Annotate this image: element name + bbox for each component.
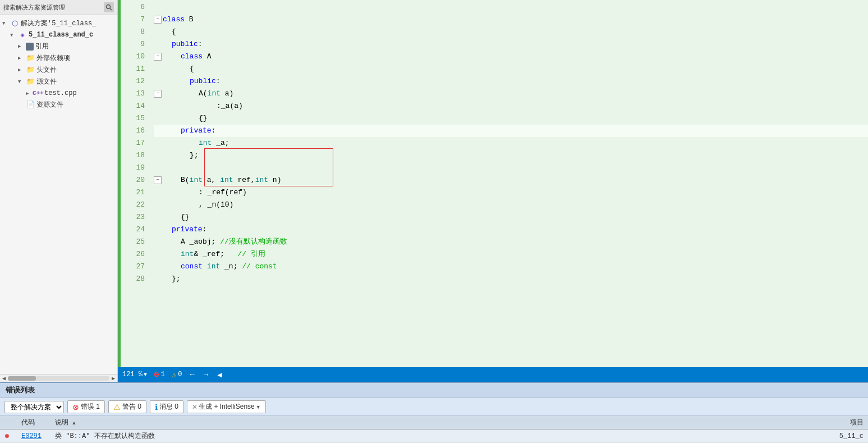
code-line-27[interactable]: const int _n; // const: [154, 261, 868, 273]
sidebar-testcpp-label: test.cpp: [44, 89, 77, 97]
build-dropdown-icon: ▼: [256, 404, 261, 410]
code-line-11[interactable]: {: [154, 63, 868, 75]
code-line-9[interactable]: public:: [154, 38, 868, 51]
code-line-7[interactable]: − class B: [154, 13, 868, 26]
status-bar: 121 % ▼ ⊗ 1 ⚠ 0 ← → ◀: [118, 367, 868, 382]
scrollbar-thumb: [8, 376, 36, 381]
main-area: 搜索解决方案资源管理 ⬡ 解决方案'5_11_class_ ◈ 5_11_cla…: [0, 0, 868, 382]
ref-icon: [26, 43, 34, 51]
col-header-description[interactable]: 说明 ▲: [50, 416, 677, 430]
code-line-20[interactable]: − B(int a, int ref,int n): [154, 174, 868, 186]
headers-icon: 📁: [26, 66, 35, 75]
code-text-23: {}: [163, 211, 190, 223]
code-line-23[interactable]: {}: [154, 211, 868, 223]
sidebar-item-extdep[interactable]: 📁 外部依赖项: [0, 52, 117, 64]
error-code-link[interactable]: E0291: [21, 432, 42, 440]
code-line-26[interactable]: int& _ref; // 引用: [154, 248, 868, 261]
code-line-10[interactable]: − class A: [154, 51, 868, 63]
close-filter-icon: ✕: [192, 403, 198, 411]
solution-expand-icon: [2, 20, 5, 26]
line-num-9: 9: [121, 38, 145, 51]
warning-count-label: 0: [178, 371, 182, 378]
line-num-17: 17: [121, 137, 145, 149]
line-num-24: 24: [121, 223, 145, 236]
zoom-dropdown-icon[interactable]: ▼: [144, 372, 147, 378]
sidebar-scrollbar[interactable]: ◀ ▶: [0, 374, 117, 382]
error-count-display[interactable]: ⊗ 1: [154, 369, 165, 380]
col-header-code[interactable]: 代码: [17, 416, 50, 430]
build-filter-label: 生成 + IntelliSense: [199, 402, 255, 412]
line-num-7: 7: [121, 13, 145, 26]
scope-selector[interactable]: 整个解决方案: [4, 401, 64, 413]
error-table-row[interactable]: ⊗ E0291 类 "B::A" 不存在默认构造函数 5_11_c: [0, 430, 868, 443]
search-button[interactable]: [104, 2, 114, 12]
code-text-9: public:: [163, 38, 203, 51]
zoom-control[interactable]: 121 % ▼: [122, 371, 147, 378]
sidebar-item-project[interactable]: ◈ 5_11_class_and_c: [0, 29, 117, 40]
warning-filter-label: 警告 0: [122, 402, 141, 412]
line-num-25: 25: [121, 236, 145, 248]
more-button[interactable]: ◀: [216, 370, 223, 380]
build-filter-button[interactable]: ✕ 生成 + IntelliSense ▼: [187, 400, 266, 413]
code-line-8[interactable]: {: [154, 26, 868, 38]
fold-marker-20[interactable]: −: [154, 176, 162, 184]
error-panel-title: 错误列表: [0, 383, 868, 398]
sidebar-item-testcpp[interactable]: C++ test.cpp: [0, 88, 117, 99]
code-line-25[interactable]: A _aobj; //没有默认构造函数: [154, 236, 868, 248]
code-text-7: class B: [163, 13, 194, 26]
code-line-14[interactable]: :_a(a): [154, 100, 868, 112]
fold-marker-13[interactable]: −: [154, 90, 162, 98]
extdep-expand-icon: [18, 55, 21, 61]
code-text-24: private:: [163, 223, 206, 236]
code-line-17[interactable]: int _a;: [154, 137, 868, 149]
message-filter-icon: ℹ: [155, 403, 158, 412]
code-line-21[interactable]: : _ref(ref): [154, 186, 868, 199]
error-row-icon-cell: ⊗: [0, 430, 17, 443]
code-line-16[interactable]: private:: [154, 125, 868, 137]
sidebar-item-ref[interactable]: 引用: [0, 40, 117, 52]
error-project-cell: 5_11_c: [677, 430, 868, 443]
code-line-19[interactable]: [154, 162, 868, 174]
error-code-cell: E0291: [17, 430, 50, 443]
next-error-button[interactable]: →: [203, 370, 209, 379]
scrollbar-left-btn[interactable]: ◀: [0, 375, 8, 382]
code-line-12[interactable]: public:: [154, 75, 868, 88]
message-filter-label: 消息 0: [159, 402, 178, 412]
fold-marker-7[interactable]: −: [154, 16, 162, 24]
code-line-28[interactable]: };: [154, 273, 868, 285]
code-line-18[interactable]: };: [154, 149, 868, 162]
code-text-13: A(int a): [163, 88, 233, 100]
code-line-13[interactable]: − A(int a): [154, 88, 868, 100]
svg-line-1: [110, 8, 112, 10]
line-num-22: 22: [121, 199, 145, 211]
line-num-6: 6: [121, 1, 145, 13]
sidebar-sources-label: 源文件: [36, 77, 57, 86]
solution-icon: ⬡: [10, 19, 19, 28]
line-num-16: 16: [121, 125, 145, 137]
search-icon: [105, 4, 112, 11]
code-line-6[interactable]: [154, 1, 868, 13]
resources-icon: 📄: [26, 101, 35, 109]
sidebar-item-headers[interactable]: 📁 头文件: [0, 64, 117, 76]
prev-error-button[interactable]: ←: [189, 370, 196, 379]
scrollbar-right-btn[interactable]: ▶: [109, 375, 117, 382]
code-line-24[interactable]: private:: [154, 223, 868, 236]
code-line-15[interactable]: {}: [154, 112, 868, 125]
code-body[interactable]: − class B { public: − class A: [151, 0, 868, 367]
error-filter-button[interactable]: ⊗ 错误 1: [67, 400, 105, 413]
fold-marker-10[interactable]: −: [154, 53, 162, 61]
editor-area[interactable]: 6 7 8 9 10 11 12 13 14 15 16 17 18 19 20…: [118, 0, 868, 382]
sidebar-item-sources[interactable]: 📁 源文件: [0, 76, 117, 88]
line-num-27: 27: [121, 261, 145, 273]
sidebar-tree: ⬡ 解决方案'5_11_class_ ◈ 5_11_class_and_c 引用…: [0, 15, 117, 374]
col-header-project[interactable]: 项目: [677, 416, 868, 430]
warning-count-display[interactable]: ⚠ 0: [172, 370, 182, 380]
message-filter-button[interactable]: ℹ 消息 0: [150, 400, 183, 413]
warning-filter-icon: ⚠: [113, 403, 121, 412]
code-line-22[interactable]: , _n(10): [154, 199, 868, 211]
sidebar-search-bar[interactable]: 搜索解决方案资源管理: [0, 0, 117, 15]
line-numbers: 6 7 8 9 10 11 12 13 14 15 16 17 18 19 20…: [121, 0, 151, 367]
sidebar-item-solution[interactable]: ⬡ 解决方案'5_11_class_: [0, 17, 117, 29]
sidebar-item-resources[interactable]: 📄 资源文件: [0, 99, 117, 111]
warning-filter-button[interactable]: ⚠ 警告 0: [108, 400, 146, 413]
